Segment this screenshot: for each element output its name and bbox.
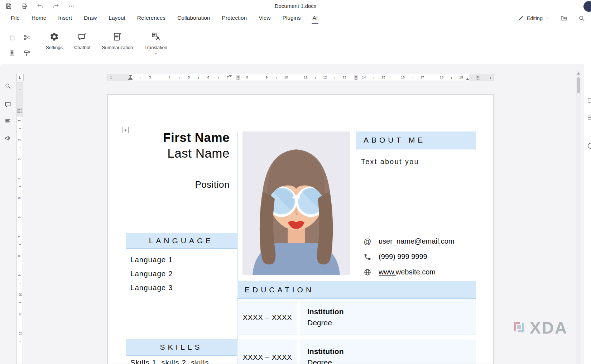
about-section-header[interactable]: ABOUT ME — [356, 131, 476, 149]
ruler-number: 1 — [17, 120, 21, 121]
education-period-cell[interactable]: XXXX – XXXX — [237, 300, 297, 335]
contact-row[interactable]: www.website.com — [363, 264, 455, 280]
settings-button[interactable]: Settings — [42, 29, 67, 52]
ruler-tick — [20, 172, 20, 172]
table-column-marker[interactable] — [354, 75, 358, 80]
table-column-marker[interactable] — [476, 75, 480, 80]
ruler-tick — [485, 78, 486, 78]
tab-draw[interactable]: Draw — [84, 12, 97, 24]
education-row[interactable]: XXXX – XXXXInstitutionDegree — [237, 340, 476, 364]
undo-button[interactable] — [37, 3, 44, 10]
ruler-tick — [135, 78, 136, 78]
format-painter-button[interactable] — [20, 45, 34, 61]
tab-home[interactable]: Home — [32, 12, 46, 24]
profile-photo[interactable] — [242, 131, 350, 275]
scrollbar-thumb[interactable] — [577, 77, 580, 93]
table-row-marker[interactable] — [17, 109, 22, 113]
comments-button[interactable] — [3, 100, 13, 110]
feedback-button[interactable] — [3, 133, 13, 143]
ruler-number: 3 — [17, 158, 21, 160]
ruler-tick — [20, 327, 20, 327]
translation-button[interactable]: Translation — [140, 29, 172, 57]
copy-button[interactable] — [5, 29, 19, 45]
ruler-number: 5 — [188, 75, 190, 79]
vertical-ruler[interactable]: 123456789101112 — [16, 82, 23, 364]
translation-label: Translation — [144, 45, 167, 50]
more-actions-button[interactable] — [68, 3, 75, 10]
scroll-up-arrow[interactable] — [577, 72, 580, 75]
support-panel-icon[interactable] — [587, 142, 591, 150]
tab-plugins[interactable]: Plugins — [283, 12, 301, 24]
hanging-indent-marker[interactable] — [129, 76, 132, 79]
tab-references[interactable]: References — [137, 12, 165, 24]
about-text[interactable]: Text about you — [361, 158, 419, 166]
paste-button[interactable] — [5, 45, 19, 61]
skills-title: SKILLS — [160, 343, 202, 351]
tab-collaboration[interactable]: Collaboration — [177, 12, 210, 24]
education-period-cell[interactable]: XXXX – XXXX — [237, 340, 297, 364]
ruler-number: 17 — [421, 75, 424, 79]
tab-layout[interactable]: Layout — [109, 12, 125, 24]
search-button[interactable] — [578, 15, 585, 22]
ruler-tick — [272, 78, 272, 78]
contact-row[interactable]: (999) 999 9999 — [363, 249, 455, 264]
education-info-cell[interactable]: InstitutionDegree — [300, 300, 476, 335]
navigation-panel-icon[interactable] — [587, 114, 591, 122]
tab-stop-marker[interactable] — [229, 75, 232, 77]
ruler-number: 19 — [459, 75, 463, 79]
education-rows: XXXX – XXXXInstitutionDegreeXXXX – XXXXI… — [237, 300, 476, 364]
table-column-marker[interactable] — [236, 75, 240, 80]
language-title: LANGUAGE — [149, 236, 214, 245]
save-button[interactable] — [5, 3, 12, 10]
headings-button[interactable] — [3, 116, 13, 126]
tab-protection[interactable]: Protection — [222, 12, 247, 24]
education-section-header[interactable]: EDUCATION — [237, 281, 476, 299]
ruler-tick — [301, 78, 301, 78]
ruler-tick — [291, 78, 291, 78]
ruler-tick — [20, 356, 20, 356]
name-block[interactable]: First Name Last Name Position — [121, 130, 230, 190]
document-page[interactable]: First Name Last Name Position — [107, 94, 494, 364]
chat-panel-icon[interactable] — [587, 97, 591, 105]
horizontal-ruler[interactable]: 12345678910111213141516171819 — [107, 74, 494, 81]
tab-file[interactable]: File — [11, 12, 20, 24]
education-row[interactable]: XXXX – XXXXInstitutionDegree — [237, 300, 476, 335]
education-title: EDUCATION — [245, 286, 314, 294]
open-file-location-button[interactable] — [560, 15, 567, 22]
contact-row[interactable]: @user_name@email.com — [363, 234, 455, 249]
tab-style-selector[interactable] — [16, 74, 24, 81]
ruler-tick — [20, 346, 20, 346]
tab-ai[interactable]: AI — [312, 12, 318, 24]
summarization-button[interactable]: Summarization — [98, 29, 138, 52]
ruler-tick — [20, 191, 20, 192]
skills-text[interactable]: Skills 1, skills 2, skills... — [130, 358, 216, 364]
ruler-number: 5 — [17, 197, 21, 199]
education-info-cell[interactable]: InstitutionDegree — [300, 340, 476, 364]
cut-button[interactable] — [20, 29, 34, 45]
ruler-tick — [447, 78, 447, 78]
position-text[interactable]: Position — [121, 179, 230, 190]
chevron-down-icon — [154, 50, 158, 56]
last-name-text[interactable]: Last Name — [121, 145, 230, 161]
skills-section-header[interactable]: SKILLS — [126, 339, 237, 356]
left-indent-marker[interactable] — [128, 79, 133, 80]
language-section-header[interactable]: LANGUAGE — [126, 233, 237, 249]
tab-insert[interactable]: Insert — [58, 12, 72, 24]
cell-gutter — [297, 340, 300, 364]
ruler-tick — [471, 77, 471, 79]
right-indent-marker[interactable] — [466, 78, 469, 80]
language-item[interactable]: Language 3 — [130, 281, 173, 294]
first-name-text[interactable]: First Name — [121, 130, 230, 145]
chatbot-button[interactable]: Chatbot — [70, 29, 95, 52]
ruler-tick — [320, 78, 321, 78]
ruler-tick — [281, 78, 282, 78]
print-button[interactable] — [21, 3, 28, 10]
find-button[interactable] — [3, 81, 13, 91]
mode-selector[interactable]: Editing — [518, 15, 549, 22]
language-item[interactable]: Language 2 — [130, 267, 173, 281]
vertical-scrollbar[interactable] — [576, 70, 581, 364]
tab-view[interactable]: View — [259, 12, 270, 24]
ruler-number: 12 — [18, 331, 22, 335]
redo-button[interactable] — [52, 3, 59, 10]
language-item[interactable]: Language 1 — [130, 253, 173, 267]
